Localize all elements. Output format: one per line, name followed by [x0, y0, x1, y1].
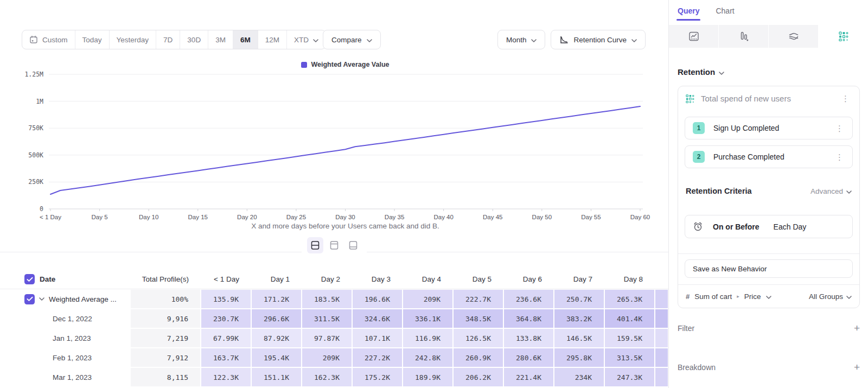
range-30d[interactable]: 30D: [180, 30, 208, 49]
x-axis-tick-label: Day 40: [433, 214, 453, 220]
retention-value-cell[interactable]: 242.8K: [403, 348, 453, 367]
query-sidebar: QueryChart Retention Total spend of new …: [668, 0, 868, 388]
retention-value-cell[interactable]: 336.1K: [403, 309, 453, 328]
retention-value-cell[interactable]: 126.5K: [453, 328, 503, 348]
granularity-button[interactable]: Month: [497, 30, 546, 49]
chart-type-button[interactable]: Retention Curve: [551, 30, 646, 49]
groups-dropdown[interactable]: All Groups: [809, 292, 852, 301]
retention-value-cell[interactable]: 87.92K: [251, 328, 302, 348]
retention-value-cell[interactable]: 163.7K: [201, 348, 251, 367]
retention-value-cell[interactable]: 151.1K: [251, 367, 302, 387]
kebab-menu-icon[interactable]: ⋮: [839, 93, 852, 104]
retention-value-cell[interactable]: 236.6K: [503, 289, 554, 309]
split-view-toggle-button[interactable]: [307, 237, 323, 253]
table-row-label[interactable]: Mar 1, 2023: [0, 367, 130, 387]
retention-value-cell[interactable]: 122.3K: [201, 367, 251, 387]
x-axis-tick-label: < 1 Day: [40, 214, 61, 220]
retention-value-cell[interactable]: 227.2K: [352, 348, 403, 367]
table-row-label[interactable]: Dec 1, 2022: [0, 309, 130, 328]
retention-section-header[interactable]: Retention: [678, 67, 724, 77]
retention-value-cell[interactable]: 383.2K: [554, 309, 604, 328]
retention-value-cell[interactable]: 311.5K: [302, 309, 352, 328]
retention-value-cell[interactable]: 209K: [403, 289, 453, 309]
range-6m[interactable]: 6M: [233, 30, 258, 49]
y-axis-tick-label: 500K: [28, 151, 43, 159]
range-today[interactable]: Today: [75, 30, 110, 49]
report-type-funnels[interactable]: [719, 25, 769, 48]
report-type-insights[interactable]: [669, 25, 719, 48]
retention-value-cell[interactable]: 195.4K: [251, 348, 302, 367]
retention-value-cell[interactable]: 206.2K: [453, 367, 503, 387]
retention-value-cell[interactable]: 260.9K: [453, 348, 503, 367]
card-divider: [678, 253, 859, 254]
retention-value-cell[interactable]: 247.3K: [604, 367, 655, 387]
report-type-retention[interactable]: [819, 25, 868, 48]
retention-value-cell[interactable]: 133.8K: [503, 328, 554, 348]
retention-value-cell[interactable]: 146.5K: [554, 328, 604, 348]
retention-value-cell[interactable]: 265.3K: [604, 289, 655, 309]
retention-value-cell[interactable]: 401.4K: [604, 309, 655, 328]
save-as-new-behavior-button[interactable]: Save as New Behavior: [685, 259, 853, 278]
range-xtd[interactable]: XTD: [287, 30, 326, 49]
retention-value-cell[interactable]: 116.9K: [403, 328, 453, 348]
retention-value-cell[interactable]: 313.5K: [604, 348, 655, 367]
retention-value-cell[interactable]: 189.9K: [403, 367, 453, 387]
retention-value-cell[interactable]: 97.87K: [302, 328, 352, 348]
retention-value-cell[interactable]: 162.3K: [302, 367, 352, 387]
criteria-mode-dropdown[interactable]: Advanced: [810, 187, 852, 195]
range-3m[interactable]: 3M: [208, 30, 233, 49]
retention-value-cell[interactable]: 324.6K: [352, 309, 403, 328]
tab-chart[interactable]: Chart: [716, 7, 734, 21]
measure-dropdown[interactable]: Sum of cart: [694, 292, 732, 301]
retention-value-cell[interactable]: 296.6K: [251, 309, 302, 328]
row-checkbox[interactable]: [24, 294, 35, 304]
timing-card[interactable]: On or Before Each Day: [685, 215, 853, 238]
retention-value-cell[interactable]: 175.2K: [352, 367, 403, 387]
behavior-step-2[interactable]: 2Purchase Completed⋮: [685, 145, 853, 168]
retention-value-cell[interactable]: 222.7K: [453, 289, 503, 309]
table-header-day-8: Day 8: [604, 270, 655, 289]
add-breakdown-button[interactable]: +: [854, 362, 860, 372]
retention-value-cell[interactable]: 196.6K: [352, 289, 403, 309]
retention-value-cell[interactable]: 250.7K: [554, 289, 604, 309]
table-only-view-toggle-button[interactable]: [345, 237, 361, 253]
retention-value-cell[interactable]: 348.5K: [453, 309, 503, 328]
chart-only-view-toggle-button[interactable]: [326, 237, 342, 253]
range-12m[interactable]: 12M: [258, 30, 287, 49]
range-7d[interactable]: 7D: [156, 30, 180, 49]
retention-value-cell[interactable]: 107.1K: [352, 328, 403, 348]
select-all-checkbox[interactable]: [24, 274, 35, 284]
range-yesterday[interactable]: Yesterday: [110, 30, 157, 49]
retention-value-cell[interactable]: 230.7K: [201, 309, 251, 328]
measure-property-dropdown[interactable]: Price: [744, 292, 761, 301]
kebab-menu-icon[interactable]: ⋮: [833, 123, 846, 133]
retention-value-cell[interactable]: 295.8K: [554, 348, 604, 367]
table-row-label[interactable]: Feb 1, 2023: [0, 348, 130, 367]
table-row-label[interactable]: Weighted Average ...: [0, 289, 130, 309]
retention-value-cell[interactable]: 159.5K: [604, 328, 655, 348]
split-view-icon: [311, 240, 320, 250]
table-header-date: Date: [0, 270, 130, 289]
compare-button[interactable]: Compare: [323, 30, 381, 49]
criteria-mode-label: Advanced: [810, 187, 843, 195]
retention-value-cell[interactable]: 209K: [302, 348, 352, 367]
table-row-label[interactable]: Jan 1, 2023: [0, 328, 130, 348]
behavior-step-1[interactable]: 1Sign Up Completed⋮: [685, 117, 853, 139]
retention-value-cell-partial: [655, 309, 668, 328]
retention-value-cell[interactable]: 280.6K: [503, 348, 554, 367]
retention-value-cell[interactable]: 135.9K: [201, 289, 251, 309]
retention-value-cell[interactable]: 221.4K: [503, 367, 554, 387]
range-custom[interactable]: Custom: [22, 30, 75, 49]
kebab-menu-icon[interactable]: ⋮: [833, 152, 846, 162]
report-type-flows[interactable]: [769, 25, 819, 48]
retention-value-cell[interactable]: 171.2K: [251, 289, 302, 309]
retention-value-cell[interactable]: 67.99K: [201, 328, 251, 348]
row-expander-chevron-icon[interactable]: [39, 297, 44, 301]
chart-caption: X and more days before your Users came b…: [50, 222, 640, 230]
retention-value-cell[interactable]: 183.5K: [302, 289, 352, 309]
tab-query[interactable]: Query: [678, 7, 699, 21]
retention-value-cell[interactable]: 234K: [554, 367, 604, 387]
table-header-day-1: Day 1: [251, 270, 302, 289]
retention-value-cell[interactable]: 364.8K: [503, 309, 554, 328]
add-filter-button[interactable]: +: [854, 323, 860, 333]
